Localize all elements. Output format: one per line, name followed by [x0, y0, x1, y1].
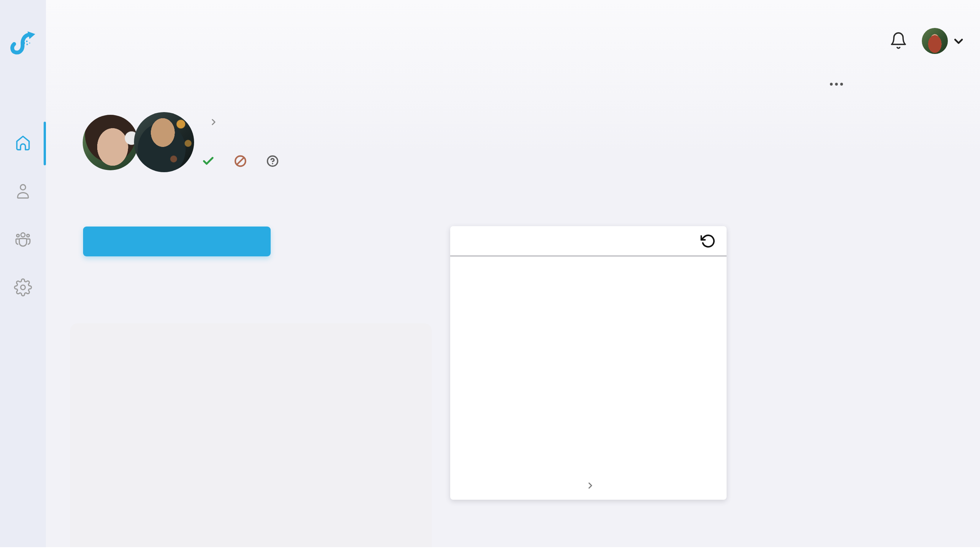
records-card-header: [450, 226, 727, 256]
rotate-ccw-icon: [701, 233, 716, 249]
sidebar-item-settings[interactable]: [14, 278, 32, 297]
bell-icon: [889, 31, 908, 50]
profile-menu-button[interactable]: [952, 34, 965, 48]
record-entry: [464, 267, 715, 269]
register-point-button[interactable]: [83, 227, 271, 256]
more-horizontal-icon: [828, 75, 845, 93]
records-history-link[interactable]: [450, 481, 727, 491]
records-list: [450, 256, 727, 279]
registros-area-chart: [70, 373, 432, 538]
sidebar-item-home[interactable]: [14, 134, 32, 152]
notifications-button[interactable]: [889, 31, 908, 50]
face-photo-right: [134, 112, 194, 172]
option-other-person[interactable]: [234, 155, 252, 168]
slash-icon: [234, 155, 247, 168]
chevron-down-icon: [952, 34, 965, 48]
team-records-card: [450, 226, 727, 500]
check-icon: [202, 155, 215, 168]
app-root: [0, 0, 980, 551]
record-time: [464, 267, 486, 269]
bottom-strip: [0, 547, 980, 551]
sidebar-active-indicator: [44, 122, 46, 165]
face-photo-left: [83, 115, 138, 170]
chart-panel: [70, 323, 432, 551]
sidebar-item-team[interactable]: [14, 231, 32, 249]
user-avatar[interactable]: [922, 28, 948, 54]
app-logo-icon[interactable]: [8, 31, 38, 58]
option-same-person[interactable]: [202, 155, 219, 168]
record-time: [464, 277, 486, 279]
refresh-button[interactable]: [701, 233, 716, 249]
option-unknown[interactable]: [266, 155, 284, 168]
team-menu-button[interactable]: [828, 75, 845, 93]
sidebar: [0, 0, 46, 551]
home-icon: [14, 134, 32, 152]
sidebar-item-profile[interactable]: [14, 182, 32, 200]
chevron-right-icon: [209, 117, 219, 127]
face-options: [202, 155, 284, 168]
gear-icon: [14, 278, 32, 297]
users-icon: [14, 231, 32, 249]
face-analysis-link[interactable]: [203, 117, 219, 127]
user-icon: [14, 182, 32, 200]
chevron-right-icon: [585, 481, 595, 491]
record-entry: [464, 277, 715, 279]
help-circle-icon: [266, 155, 279, 168]
